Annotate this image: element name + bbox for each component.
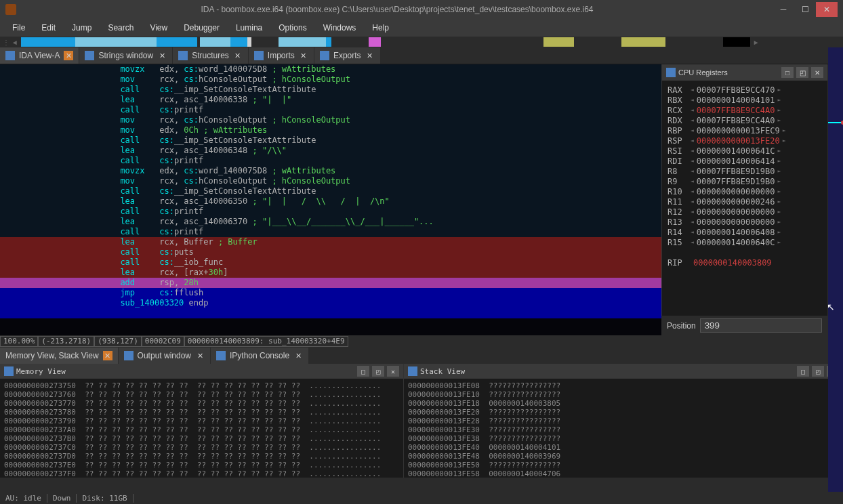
panel-float-button[interactable]: ◰ <box>812 366 824 377</box>
menu-edit[interactable]: Edit <box>35 20 62 35</box>
disasm-line[interactable]: mov rcx, cs:hConsoleOutput ; hConsoleOut… <box>0 75 661 85</box>
panel-float-button[interactable]: ◰ <box>372 366 384 377</box>
register-r8[interactable]: R8◄00007FFB8E9D19B0► <box>667 166 822 176</box>
register-r9[interactable]: R9◄00007FFB8E9D19B0► <box>667 176 822 186</box>
memory-row[interactable]: 0000000000273750 ?? ?? ?? ?? ?? ?? ?? ??… <box>4 381 399 390</box>
disasm-line[interactable]: call cs:printf <box>0 105 661 115</box>
register-rdi[interactable]: RDI◄0000000140006414► <box>667 156 822 166</box>
disasm-line[interactable]: lea rcx, Buffer ; Buffer <box>0 237 661 247</box>
register-rsp[interactable]: RSP◄0000000000013FE20► <box>667 135 822 146</box>
panel-close-button[interactable]: ✕ <box>387 366 399 377</box>
register-r12[interactable]: R12◄0000000000000000► <box>667 207 822 217</box>
panel-min-button[interactable]: □ <box>797 366 809 377</box>
register-r13[interactable]: R13◄0000000000000000► <box>667 217 822 227</box>
nav-segment[interactable] <box>543 37 574 47</box>
register-rsi[interactable]: RSI◄000000014000641C► <box>667 146 822 156</box>
tab-structures[interactable]: Structures✕ <box>173 47 249 64</box>
tab-close-icon[interactable]: ✕ <box>103 351 112 360</box>
memory-row[interactable]: 0000000000273770 ?? ?? ?? ?? ?? ?? ?? ??… <box>4 399 399 408</box>
disasm-line[interactable]: mov edx, 0Ch ; wAttributes <box>0 125 661 135</box>
lowertab-1[interactable]: Output window✕ <box>119 348 211 364</box>
stack-row[interactable]: 000000000013FE10 ???????????????? <box>408 390 839 399</box>
disasm-line[interactable]: call cs:__iob_func <box>0 257 661 268</box>
register-rip[interactable]: RIP 0000000140003809 <box>667 257 822 268</box>
menu-file[interactable]: File <box>5 20 32 35</box>
lowertab-2[interactable]: IPython Console✕ <box>211 348 309 364</box>
nav-segment[interactable] <box>723 37 750 47</box>
memory-row[interactable]: 00000000002737F0 ?? ?? ?? ?? ?? ?? ?? ??… <box>4 469 399 478</box>
minimize-button[interactable]: ─ <box>773 2 794 17</box>
tab-close-icon[interactable]: ✕ <box>233 51 243 60</box>
position-input[interactable] <box>700 318 822 333</box>
disasm-line[interactable]: sub_140003320 endp <box>0 298 661 308</box>
stack-row[interactable]: 000000000013FE48 0000000140003969 <box>408 452 839 461</box>
disasm-line[interactable]: call cs:printf <box>0 227 661 237</box>
menu-jump[interactable]: Jump <box>65 20 98 35</box>
nav-segment[interactable] <box>621 37 665 47</box>
disasm-line[interactable]: movzx edx, cs:word_1400075D8 ; wAttribut… <box>0 166 661 176</box>
nav-segment[interactable] <box>230 37 247 47</box>
disasm-line[interactable]: lea rcx, asc_140006348 ; "/\\" <box>0 146 661 156</box>
menu-windows[interactable]: Windows <box>316 20 363 35</box>
close-button[interactable]: ✕ <box>816 2 838 17</box>
register-r15[interactable]: R15◄000000014000640C► <box>667 237 822 247</box>
memory-row[interactable]: 00000000002737C0 ?? ?? ?? ?? ?? ?? ?? ??… <box>4 443 399 452</box>
nav-segment[interactable] <box>157 37 197 47</box>
disasm-line[interactable]: call cs:__imp_SetConsoleTextAttribute <box>0 135 661 146</box>
register-rcx[interactable]: RCX◄00007FFB8E9CC4A0► <box>667 105 822 115</box>
disasm-line[interactable] <box>0 308 661 318</box>
register-rax[interactable]: RAX◄00007FFB8E9CC470► <box>667 85 822 95</box>
menu-search[interactable]: Search <box>101 20 140 35</box>
nav-band[interactable]: ⋮ ◄ ► <box>0 37 843 47</box>
tab-ida-view-a[interactable]: IDA View-A✕ <box>0 47 79 64</box>
stack-row[interactable]: 000000000013FE58 0000000140004706 <box>408 469 839 478</box>
nav-segment[interactable] <box>200 37 230 47</box>
memory-row[interactable]: 00000000002737B0 ?? ?? ?? ?? ?? ?? ?? ??… <box>4 434 399 443</box>
disasm-line[interactable]: lea rcx, [rax+30h] <box>0 268 661 278</box>
memory-row[interactable]: 0000000000273780 ?? ?? ?? ?? ?? ?? ?? ??… <box>4 408 399 417</box>
register-rbx[interactable]: RBX◄0000000140004101► <box>667 95 822 105</box>
disasm-line[interactable]: jmp cs:fflush <box>0 288 661 298</box>
disasm-line[interactable]: lea rcx, asc_140006370 ; "|___\\__/_____… <box>0 217 661 227</box>
tab-strings-window[interactable]: Strings window✕ <box>79 47 173 64</box>
panel-close-button[interactable]: ✕ <box>811 67 823 78</box>
nav-segment[interactable] <box>75 37 157 47</box>
stack-row[interactable]: 000000000013FE28 ???????????????? <box>408 417 839 425</box>
stack-row[interactable]: 000000000013FE40 0000000140004101 <box>408 443 839 452</box>
disasm-line[interactable]: call cs:printf <box>0 207 661 217</box>
memory-row[interactable]: 00000000002737E0 ?? ?? ?? ?? ?? ?? ?? ??… <box>4 461 399 469</box>
maximize-button[interactable]: ☐ <box>794 2 816 17</box>
tab-close-icon[interactable]: ✕ <box>365 51 375 60</box>
nav-segment[interactable] <box>326 37 331 47</box>
disassembly-view[interactable]: movzx edx, cs:word_1400075D8 ; wAttribut… <box>0 64 661 335</box>
stack-row[interactable]: 000000000013FE08 ???????????????? <box>408 381 839 390</box>
menu-help[interactable]: Help <box>365 20 396 35</box>
memory-row[interactable]: 0000000000273760 ?? ?? ?? ?? ?? ?? ?? ??… <box>4 390 399 399</box>
menu-debugger[interactable]: Debugger <box>177 20 226 35</box>
disasm-line[interactable]: call cs:__imp_SetConsoleTextAttribute <box>0 85 661 95</box>
nav-segment[interactable] <box>665 37 723 47</box>
register-r14[interactable]: R14◄0000000140006408► <box>667 227 822 237</box>
disasm-line[interactable]: mov rcx, cs:hConsoleOutput ; hConsoleOut… <box>0 176 661 186</box>
nav-segment[interactable] <box>381 37 543 47</box>
panel-float-button[interactable]: ◰ <box>796 67 808 78</box>
register-r10[interactable]: R10◄0000000000000000► <box>667 186 822 196</box>
menu-view[interactable]: View <box>143 20 174 35</box>
nav-segment[interactable] <box>21 37 75 47</box>
tab-imports[interactable]: Imports✕ <box>249 47 314 64</box>
panel-min-button[interactable]: □ <box>357 366 369 377</box>
menu-options[interactable]: Options <box>272 20 313 35</box>
memory-row[interactable]: 0000000000273790 ?? ?? ?? ?? ?? ?? ?? ??… <box>4 417 399 425</box>
memory-row[interactable]: 00000000002737D0 ?? ?? ?? ?? ?? ?? ?? ??… <box>4 452 399 461</box>
nav-segment[interactable] <box>331 37 369 47</box>
disasm-line[interactable]: call cs:puts <box>0 247 661 257</box>
stack-row[interactable]: 000000000013FE18 0000000140003805 <box>408 399 839 408</box>
disasm-line[interactable]: call cs:__imp_SetConsoleTextAttribute <box>0 186 661 196</box>
disasm-line[interactable]: lea rcx, asc_140006350 ; "| | / \\ / | /… <box>0 196 661 207</box>
disasm-line[interactable]: add rsp, 28h <box>0 278 661 288</box>
panel-min-button[interactable]: □ <box>781 67 794 78</box>
disasm-line[interactable]: call cs:printf <box>0 156 661 166</box>
lowertab-0[interactable]: Memory View, Stack View✕ <box>0 348 119 364</box>
nav-segment[interactable] <box>574 37 621 47</box>
register-rdx[interactable]: RDX◄00007FFB8E9CC4A0► <box>667 115 822 125</box>
